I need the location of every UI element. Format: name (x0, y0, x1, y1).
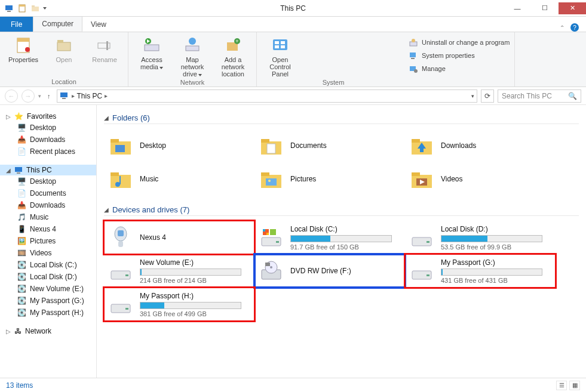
status-bar: 13 items ☰ ▦ (0, 378, 586, 392)
nav-item-passport-h[interactable]: 💽My Passport (H:) (0, 307, 96, 319)
svg-rect-37 (111, 139, 119, 143)
address-bar[interactable]: ▸ This PC ▸ ▾ (57, 89, 478, 103)
collapse-ribbon-icon[interactable]: ⌃ (560, 24, 564, 31)
status-text: 13 items (6, 381, 33, 390)
nav-item-nexus4[interactable]: 📱Nexus 4 (0, 223, 96, 235)
nav-item-desktop[interactable]: 🖥️Desktop (0, 122, 96, 134)
properties-button[interactable]: Properties (5, 35, 42, 77)
nav-item-passport-g[interactable]: 💽My Passport (G:) (0, 295, 96, 307)
svg-rect-35 (17, 172, 20, 174)
usage-bar (441, 235, 542, 242)
folder-music[interactable]: Music (104, 162, 254, 196)
drive-passport-h[interactable]: My Passport (H:)381 GB free of 499 GB (104, 288, 254, 321)
nav-item-downloads[interactable]: 📥Downloads (0, 199, 96, 211)
folder-desktop[interactable]: Desktop (104, 129, 254, 162)
control-panel-button[interactable]: Open Control Panel (262, 35, 299, 78)
drive-local-c[interactable]: Local Disk (C:)91.7 GB free of 150 GB (254, 221, 405, 254)
quick-access-toolbar (0, 3, 47, 14)
tab-file[interactable]: File (0, 17, 33, 32)
svg-rect-65 (263, 229, 265, 232)
svg-rect-32 (60, 92, 68, 97)
close-button[interactable]: ✕ (559, 2, 586, 14)
device-icon (108, 224, 134, 251)
ribbon: Properties Open Rename Location Access m… (0, 32, 586, 87)
ribbon-tabs: File Computer View ⌃ ? (0, 17, 586, 32)
nav-item-music[interactable]: 🎵Music (0, 211, 96, 223)
tab-computer[interactable]: Computer (33, 16, 82, 32)
svg-rect-60 (118, 241, 123, 247)
system-properties-button[interactable]: System properties (409, 49, 510, 62)
drive-dvd-rw-f[interactable]: DVD RW Drive (F:) (254, 254, 405, 288)
music-icon: 🎵 (17, 212, 26, 222)
rename-button: Rename (86, 35, 123, 77)
nav-favorites-header[interactable]: ▷⭐Favorites (0, 111, 96, 122)
forward-button[interactable]: → (22, 89, 35, 103)
svg-rect-59 (118, 230, 124, 236)
access-media-button[interactable]: Access media (133, 35, 170, 78)
nav-network-header[interactable]: ▷🖧Network (0, 326, 96, 337)
folder-downloads[interactable]: Downloads (405, 129, 556, 162)
tiles-view-button[interactable]: ▦ (569, 381, 580, 390)
open-label: Open (56, 56, 72, 63)
folder-documents[interactable]: Documents (254, 129, 405, 162)
up-button[interactable]: ↑ (45, 92, 53, 100)
nav-item-desktop[interactable]: 🖥️Desktop (0, 175, 96, 187)
add-location-label: Add a network location (214, 56, 251, 78)
map-drive-button[interactable]: Map network drive (174, 35, 211, 78)
history-dropdown-icon[interactable]: ▾ (38, 93, 41, 99)
svg-rect-29 (411, 58, 415, 59)
nav-item-videos[interactable]: 🎞️Videos (0, 247, 96, 259)
search-input[interactable]: Search This PC 🔍 (498, 89, 581, 103)
add-location-icon: + (223, 36, 243, 55)
uninstall-button[interactable]: Uninstall or change a program (409, 36, 510, 49)
details-view-button[interactable]: ☰ (556, 381, 567, 390)
properties-icon[interactable] (17, 3, 27, 14)
svg-point-8 (25, 47, 30, 52)
usage-bar (140, 268, 241, 276)
svg-point-53 (268, 180, 271, 182)
add-location-button[interactable]: + Add a network location (214, 35, 251, 78)
chevron-right-icon[interactable]: ▸ (105, 92, 108, 99)
back-button[interactable]: ← (5, 89, 18, 103)
drive-new-volume-e[interactable]: New Volume (E:)214 GB free of 214 GB (104, 254, 254, 288)
nav-item-pictures[interactable]: 🖼️Pictures (0, 235, 96, 247)
chevron-right-icon[interactable]: ▸ (72, 92, 75, 99)
maximize-button[interactable]: ☐ (531, 2, 559, 14)
svg-rect-45 (420, 149, 424, 152)
drive-local-d[interactable]: Local Disk (D:)53.5 GB free of 99.9 GB (405, 221, 556, 254)
svg-rect-64 (270, 229, 276, 235)
new-folder-icon[interactable] (30, 3, 41, 14)
svg-text:+: + (235, 38, 238, 44)
section-drives-header[interactable]: ◢Devices and drives (7) (104, 205, 579, 216)
svg-rect-23 (281, 41, 285, 44)
ribbon-group-location: Properties Open Rename Location (0, 32, 128, 87)
drive-icon (409, 258, 435, 284)
navigation-pane: ▷⭐Favorites 🖥️Desktop 📥Downloads 📄Recent… (0, 105, 97, 378)
manage-button[interactable]: Manage (409, 62, 510, 75)
svg-rect-28 (410, 53, 416, 57)
folder-videos[interactable]: Videos (405, 162, 556, 196)
ribbon-group-system: Open Control Panel System Uninstall or c… (257, 32, 515, 87)
desktop-icon: 🖥️ (17, 123, 26, 132)
qat-dropdown-icon[interactable] (43, 7, 47, 10)
refresh-button[interactable]: ⟳ (481, 89, 494, 103)
svg-rect-43 (412, 139, 420, 143)
device-nexus4[interactable]: Nexus 4 (104, 221, 254, 254)
nav-item-downloads[interactable]: 📥Downloads (0, 134, 96, 146)
nav-item-local-c[interactable]: 💽Local Disk (C:) (0, 259, 96, 271)
star-icon: ⭐ (14, 112, 23, 121)
breadcrumb-root[interactable]: This PC (77, 92, 103, 100)
nav-item-local-d[interactable]: 💽Local Disk (D:) (0, 271, 96, 283)
nav-item-documents[interactable]: 📄Documents (0, 187, 96, 199)
folder-pictures[interactable]: Pictures (254, 162, 405, 196)
drive-passport-g[interactable]: My Passport (G:)431 GB free of 431 GB (405, 254, 556, 288)
nav-item-recent[interactable]: 📄Recent places (0, 146, 96, 158)
rename-icon (95, 36, 114, 55)
minimize-button[interactable]: — (504, 2, 531, 14)
help-icon[interactable]: ? (570, 23, 579, 32)
address-dropdown-icon[interactable]: ▾ (471, 93, 474, 99)
nav-item-new-volume-e[interactable]: 💽New Volume (E:) (0, 283, 96, 295)
tab-view[interactable]: View (82, 17, 115, 32)
section-folders-header[interactable]: ◢Folders (6) (104, 113, 579, 124)
nav-thispc-header[interactable]: ◢This PC (0, 165, 96, 175)
